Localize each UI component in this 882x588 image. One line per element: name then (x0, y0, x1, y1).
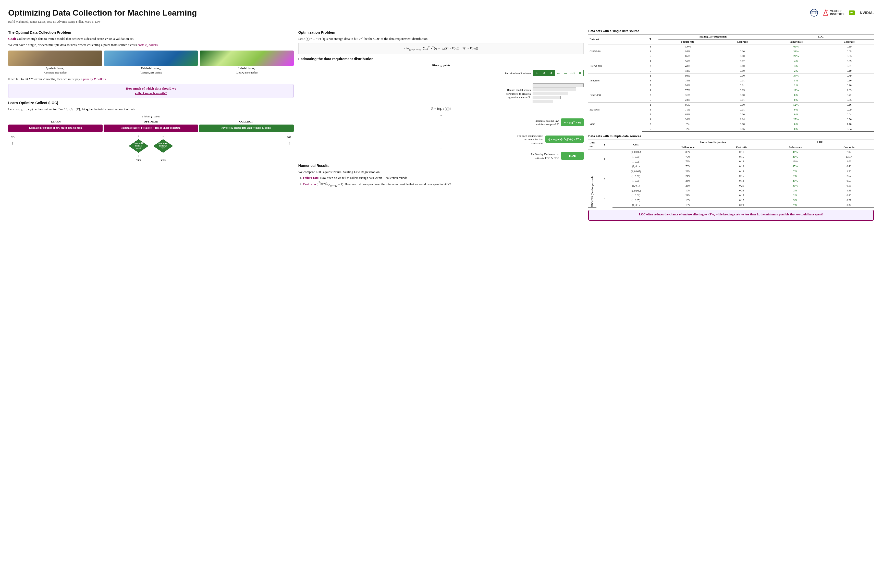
bdd100k-label: BDD100K (588, 88, 642, 103)
diamond1-shape: Have we hit the final round? (128, 139, 149, 153)
penalty-para: If we fail to hit V* within T months, th… (8, 77, 294, 81)
bdd100k-t1: 1 (642, 88, 658, 93)
th2-loc: LOC (766, 140, 874, 145)
t2-t3-row2: (1, 0.01) 21% 0.15 7% 2.57 (588, 174, 874, 178)
t2-loc-cr1-3: 1.02 (824, 159, 874, 164)
cifar10-loc-cr2: 0.05 (825, 49, 874, 54)
t2-loc-fr3-3: 23% (766, 178, 824, 183)
t2-plr-cr1-1: 0.11 (717, 150, 766, 154)
formula3-box: V = θ₁qθ₂ + θ₃ (561, 118, 584, 126)
t2-t5-row1: 5 (1, 0.005) 16% 0.22 2% 1.91 (588, 188, 874, 193)
voc-t1: 1 (642, 117, 658, 122)
th2-loc-cr: Cost ratio (824, 145, 874, 150)
nuscenes-loc-fr3: 0% (768, 112, 825, 117)
middle-column: Optimization Problem Let F(q) = 1 − Pr{q… (298, 28, 584, 189)
voc-loc-fr1: 25% (768, 117, 825, 122)
diamond2-col: ↓ Have we met the target V*? ↓ YES (153, 134, 173, 162)
t2-t3-row3: (1, 0.05) 26% 0.18 23% 0.50 (588, 178, 874, 183)
nuscenes-loc-cr1: 0.16 (825, 103, 874, 108)
nuscenes-slr-cr3: 0.00 (717, 112, 768, 117)
cifar100-slr-cr3: 0.10 (717, 69, 768, 74)
t2-loc-fr5-2: 2% (766, 193, 824, 198)
voc-slr-cr3: 0.86 (717, 127, 768, 132)
step3-label: Fit neural scaling lawwith bootstraps of… (298, 119, 559, 126)
t2-plr-fr1-3: 72% (659, 159, 717, 164)
no-path-left: NO ↑ (11, 135, 15, 146)
t2-plr-cr1-2: 0.15 (717, 154, 766, 159)
bar4 (532, 96, 561, 99)
no-path-right: NO ↑ (287, 135, 291, 146)
t2-cost5-1: (1, 0.005) (612, 188, 659, 193)
nuscenes-t1: 1 (642, 103, 658, 108)
t2-plr-cr5-3: 0.17 (717, 198, 766, 203)
unlabeled-data-item: Unlabeled data cu (Cheaper, less useful) (104, 51, 198, 74)
th-slr: Scaling Law Regression (658, 34, 768, 39)
data-images-row: Synthetic data cs (Cheapest, less useful… (8, 51, 294, 74)
t2-t5-row3: (1, 0.05) 16% 0.17 9% 0.27 (588, 198, 874, 203)
voc-loc-fr2: 0% (768, 122, 825, 127)
imagenet-t1: 1 (642, 74, 658, 78)
unlabeled-data-image (104, 51, 198, 66)
cifar100-loc-fr3: 2% (768, 69, 825, 74)
table1-title: Data sets with a single data source (588, 29, 874, 33)
goal-label: Goal: (8, 37, 16, 40)
t2-t5-row4: (1, 0.1) 16% 0.20 7% 0.32 (588, 203, 874, 208)
estimation-diagram: Given qt points Partition into R subsets… (298, 63, 584, 161)
bar5 (532, 100, 553, 104)
t2-plr-cr5-1: 0.22 (717, 188, 766, 193)
logo-nvidia: nv NVIDIA. (849, 10, 874, 16)
t2-loc-cr5-4: 0.32 (824, 203, 874, 208)
loc-para: Let c = (c1, ..., cK) be the cost vector… (8, 107, 294, 112)
partition-r: R (576, 70, 584, 76)
voc-slr-fr2: 8% (658, 122, 717, 127)
synthetic-data-image (8, 51, 102, 66)
optimize-label: OPTIMIZE (104, 120, 198, 123)
th-T: T (642, 34, 658, 44)
table1-header-row: Data set T Scaling Law Regression LOC (588, 34, 874, 39)
cost-para: We can have a single, or even multiple d… (8, 43, 294, 48)
cifar10-loc-cr3: 0.03 (825, 54, 874, 59)
imagenet-t2: 3 (642, 78, 658, 83)
t2-plr-cr3-2: 0.15 (717, 174, 766, 178)
t2-loc-fr5-1: 2% (766, 188, 824, 193)
learn-label: LEARN (8, 120, 104, 123)
formula4-box: q̂ = argmin{ cTq | V(q) ≥ V* } (545, 135, 584, 142)
cifar10-slr-cr3: 0.00 (717, 54, 768, 59)
t2-loc-cr3-2: 2.57 (824, 174, 874, 178)
svg-marker-3 (824, 10, 828, 15)
nuscenes-slr-fr1: 95% (658, 103, 717, 108)
imagenet-slr-cr2: 0.01 (717, 78, 768, 83)
unlabeled-data-caption: Unlabeled data cu (Cheaper, less useful) (104, 67, 198, 74)
t2-t1-row1: BDD100K (Semi-supervised) 1 (1, 0.005) 8… (588, 150, 874, 154)
t2-plr-cr3-4: 0.21 (717, 183, 766, 188)
bdd100k-slr-fr3: 23% (658, 98, 717, 103)
t2-cost3-1: (1, 0.005) (612, 169, 659, 174)
cifar100-loc-fr2: 3% (768, 64, 825, 69)
bdd100k-slr-fr2: 31% (658, 93, 717, 98)
t2-plr-cr3-1: 0.18 (717, 169, 766, 174)
cifar100-slr-cr2: 0.10 (717, 64, 768, 69)
flow-diagram: NO ↑ ↓ Have we hit the final (8, 134, 294, 162)
imagenet-slr-fr1: 99% (658, 74, 717, 78)
t2-T1: 1 (596, 150, 612, 169)
cifar10-row1: CIFAR-10 1 100% 60% 0.19 (588, 44, 874, 49)
voc-loc-cr1: 0.56 (825, 117, 874, 122)
authors-text: Rafid Mahmood, James Lucas, Jose M. Alva… (8, 20, 874, 24)
t2-loc-cr3-3: 0.50 (824, 178, 874, 183)
t2-loc-cr1-4: 0.40 (824, 164, 874, 169)
nuscenes-loc-fr1: 52% (768, 103, 825, 108)
logos: UNIVERSITY OF TORONTO VECTORINSTITUTE nv… (810, 9, 874, 16)
cifar10-loc-fr3: 29% (768, 54, 825, 59)
th-dataset: Data set (588, 34, 642, 44)
t2-cost1-3: (1, 0.05) (612, 159, 659, 164)
bdd100k-row1: BDD100K 1 77% 0.03 12% 2.03 (588, 88, 874, 93)
main-content: The Optimal Data Collection Problem Goal… (8, 28, 874, 221)
imagenet-loc-cr1: 0.49 (825, 74, 874, 78)
t2-loc-fr3-1: 7% (766, 169, 824, 174)
t2-loc-fr1-4: 65% (766, 164, 824, 169)
t2-loc-cr1-2: 13.47 (824, 154, 874, 159)
nvidia-icon: nv (849, 10, 858, 16)
diamond1-col: ↓ Have we hit the final round? ↓ YE (128, 134, 149, 162)
bar2 (532, 87, 576, 91)
t2-loc-fr1-3: 49% (766, 159, 824, 164)
